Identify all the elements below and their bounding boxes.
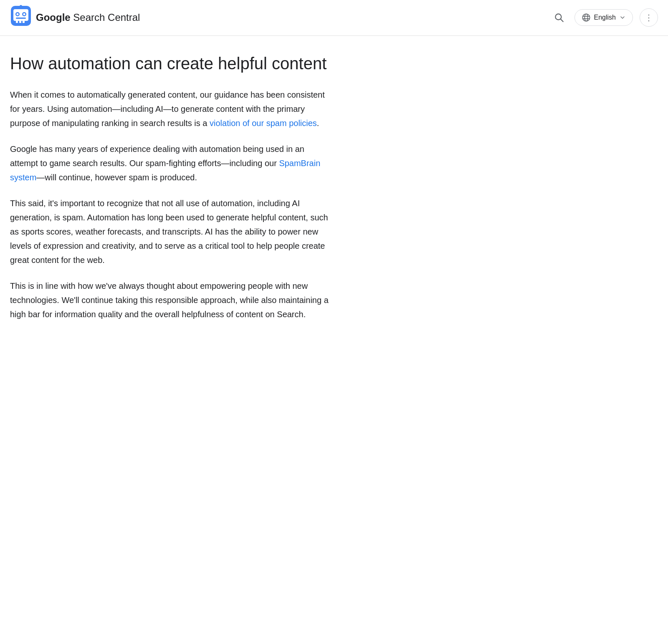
more-dots-icon: ⋮ [645, 13, 653, 23]
svg-point-3 [17, 13, 19, 15]
svg-point-8 [20, 5, 22, 8]
site-header: Google Search Central English [0, 0, 668, 36]
search-icon [554, 12, 564, 23]
paragraph-4: This is in line with how we've always th… [10, 279, 332, 321]
svg-point-15 [584, 14, 587, 21]
more-options-button[interactable]: ⋮ [640, 8, 658, 27]
paragraph-2-text-before: Google has many years of experience deal… [10, 144, 304, 168]
header-left: Google Search Central [10, 5, 140, 30]
site-title-rest: Search Central [71, 12, 140, 23]
main-content: How automation can create helpful conten… [0, 36, 342, 358]
svg-rect-9 [16, 21, 18, 23]
page-title: How automation can create helpful conten… [10, 53, 332, 74]
svg-rect-10 [19, 21, 21, 23]
site-title: Google Search Central [36, 10, 140, 25]
svg-point-14 [582, 14, 590, 21]
search-button[interactable] [550, 9, 568, 26]
svg-rect-6 [16, 18, 26, 19]
svg-line-13 [560, 19, 563, 22]
language-label: English [594, 14, 616, 21]
paragraph-2: Google has many years of experience deal… [10, 142, 332, 184]
paragraph-1-text-after: . [317, 119, 319, 128]
svg-rect-1 [13, 9, 28, 21]
paragraph-1: When it comes to automatically generated… [10, 88, 332, 130]
language-selector[interactable]: English [574, 9, 633, 26]
spam-policies-link[interactable]: violation of our spam policies [210, 119, 317, 128]
globe-icon [582, 13, 591, 22]
site-title-google: Google [36, 12, 71, 23]
paragraph-2-text-after: —will continue, however spam is produced… [36, 173, 197, 182]
svg-point-5 [23, 13, 25, 15]
svg-rect-11 [23, 21, 25, 23]
paragraph-3: This said, it's important to recognize t… [10, 196, 332, 267]
chevron-down-icon [619, 14, 626, 21]
site-logo [10, 5, 32, 30]
header-right: English ⋮ [550, 8, 658, 27]
